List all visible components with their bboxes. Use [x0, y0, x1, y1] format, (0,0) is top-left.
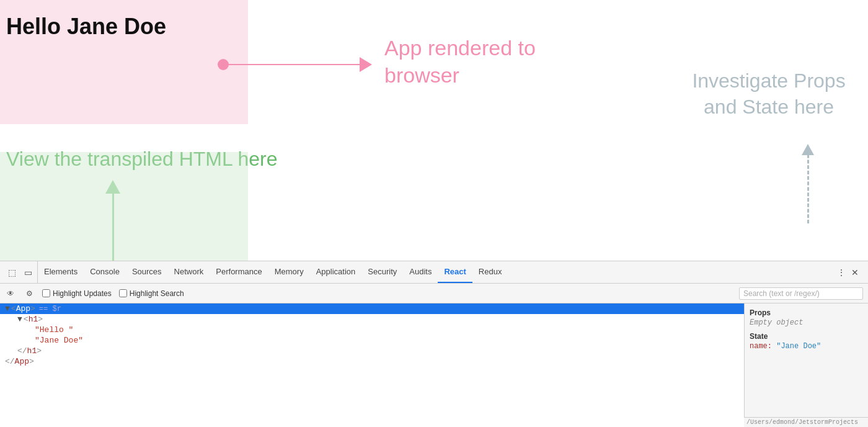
- eye-icon[interactable]: 👁: [5, 288, 16, 299]
- state-title: State: [750, 332, 863, 341]
- close-devtools-icon[interactable]: ✕: [849, 267, 861, 278]
- dollar-r: == $r: [39, 305, 61, 313]
- tab-redux[interactable]: Redux: [472, 261, 508, 283]
- pink-box: Hello Jane Doe: [0, 0, 248, 124]
- devtools-panel: ⬚ ▭ Elements Console Sources Network Per…: [0, 261, 868, 427]
- string-janedoe: "Jane Doe": [35, 336, 83, 345]
- state-value: "Jane Doe": [776, 342, 821, 351]
- arrow-dot: [218, 59, 229, 70]
- select-element-icon[interactable]: ⬚: [6, 267, 17, 278]
- code-line-5[interactable]: </h1>: [0, 346, 744, 356]
- props-empty: Empty object: [750, 318, 863, 327]
- investigate-arrow-line: [807, 149, 809, 223]
- props-state-panel: Props Empty object State name: "Jane Doe…: [744, 303, 868, 427]
- highlight-updates-label: Highlight Updates: [53, 289, 112, 298]
- transpiled-arrow-head: [105, 180, 120, 194]
- code-line-4[interactable]: "Jane Doe": [0, 335, 744, 346]
- tab-sources[interactable]: Sources: [126, 261, 168, 283]
- tab-end-icons: ⋮ ✕: [836, 267, 866, 278]
- props-title: Props: [750, 308, 863, 317]
- highlight-updates-checkbox[interactable]: [42, 289, 50, 297]
- investigate-arrow-head: [802, 144, 814, 155]
- tab-icon-group: ⬚ ▭: [2, 261, 38, 283]
- device-toggle-icon[interactable]: ▭: [22, 267, 33, 278]
- gear-icon[interactable]: ⚙: [24, 288, 35, 299]
- tab-react[interactable]: React: [438, 261, 472, 283]
- main-content: Hello Jane Doe App rendered to browser I…: [0, 0, 868, 261]
- tab-performance[interactable]: Performance: [210, 261, 268, 283]
- tab-security[interactable]: Security: [361, 261, 403, 283]
- transpiled-arrow: [105, 180, 120, 262]
- devtools-toolbar: 👁 ⚙ Highlight Updates Highlight Search S…: [0, 284, 868, 303]
- transpiled-arrow-line: [112, 194, 114, 262]
- tab-elements[interactable]: Elements: [38, 261, 84, 283]
- hello-text: Hello Jane Doe: [6, 14, 166, 40]
- highlight-search-label: Highlight Search: [130, 289, 184, 298]
- code-line-3[interactable]: "Hello ": [0, 325, 744, 335]
- tab-application[interactable]: Application: [310, 261, 362, 283]
- state-key: name:: [750, 342, 772, 351]
- bottom-path: /Users/edmond/JetstormProjects: [744, 417, 868, 427]
- app-rendered-label: App rendered to browser: [384, 34, 546, 89]
- code-line-6[interactable]: </App>: [0, 356, 744, 367]
- highlight-search-checkbox[interactable]: [119, 289, 127, 297]
- code-line-2[interactable]: ▼ <h1>: [0, 314, 744, 325]
- highlight-updates-checkbox-label[interactable]: Highlight Updates: [42, 289, 112, 298]
- arrow-line: [223, 64, 360, 65]
- arrow-head: [360, 57, 372, 72]
- devtools-tab-bar: ⬚ ▭ Elements Console Sources Network Per…: [0, 261, 868, 284]
- search-placeholder: Search (text or /regex/): [743, 289, 820, 298]
- code-panel[interactable]: ▼ <App> == $r ▼ <h1> "Hello " "Jane Doe"…: [0, 303, 744, 427]
- tab-network[interactable]: Network: [168, 261, 210, 283]
- transpiled-label: View the transpiled HTML here: [6, 148, 278, 171]
- highlight-search-checkbox-label[interactable]: Highlight Search: [119, 289, 184, 298]
- devtools-main: ▼ <App> == $r ▼ <h1> "Hello " "Jane Doe"…: [0, 303, 868, 427]
- investigate-label: Investigate Props and State here: [682, 68, 856, 120]
- expand-arrow-1[interactable]: ▼: [5, 304, 10, 313]
- search-box[interactable]: Search (text or /regex/): [739, 287, 863, 300]
- tab-memory[interactable]: Memory: [268, 261, 310, 283]
- expand-arrow-2[interactable]: ▼: [17, 315, 22, 324]
- app-rendered-arrow: [223, 57, 372, 72]
- tab-audits[interactable]: Audits: [403, 261, 438, 283]
- code-line-1[interactable]: ▼ <App> == $r: [0, 303, 744, 314]
- string-hello: "Hello ": [35, 325, 73, 335]
- tab-console[interactable]: Console: [84, 261, 126, 283]
- more-options-icon[interactable]: ⋮: [836, 267, 847, 278]
- state-entry: name: "Jane Doe": [750, 342, 863, 351]
